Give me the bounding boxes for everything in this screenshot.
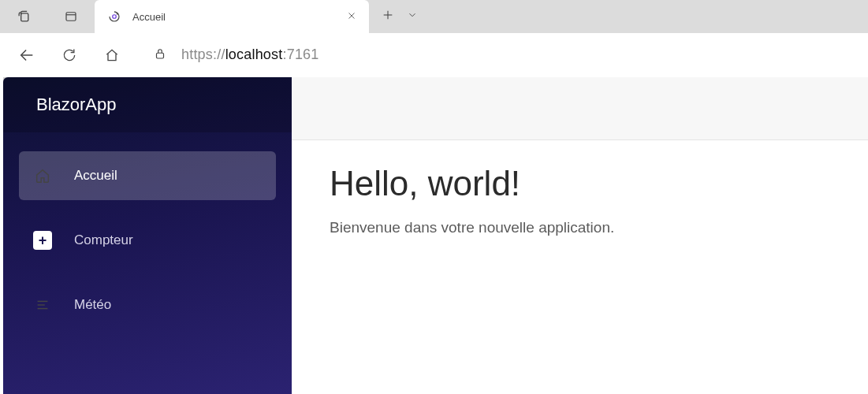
content-top-bar: [292, 77, 868, 140]
tab-actions-button[interactable]: [407, 9, 418, 24]
app-brand[interactable]: BlazorApp: [3, 77, 292, 132]
lock-icon: [153, 46, 167, 61]
browser-collections-button[interactable]: [0, 0, 47, 33]
app-viewport: BlazorApp Accueil + Compteur: [3, 77, 868, 394]
blazor-favicon: [107, 9, 121, 24]
browser-toolbar: https://localhost:7161: [0, 33, 868, 77]
new-tab-button[interactable]: [382, 9, 394, 24]
sidebar-nav: Accueil + Compteur Météo: [3, 132, 292, 329]
reload-button[interactable]: [54, 39, 85, 71]
address-bar[interactable]: https://localhost:7161: [139, 39, 863, 71]
sidebar-item-label: Météo: [74, 297, 111, 313]
arrow-left-icon: [18, 46, 35, 64]
svg-rect-9: [157, 53, 164, 58]
sidebar-item-accueil[interactable]: Accueil: [19, 151, 276, 200]
svg-rect-0: [21, 13, 28, 21]
sidebar-item-label: Compteur: [74, 232, 133, 248]
tab-close-button[interactable]: [347, 9, 356, 24]
chevron-down-icon: [407, 9, 418, 20]
close-icon: [347, 11, 356, 20]
browser-tab-strip: Accueil: [0, 0, 868, 33]
plus-box-icon: +: [32, 231, 54, 250]
sidebar-item-label: Accueil: [74, 168, 117, 184]
plus-icon: [382, 9, 394, 21]
browser-tab-active[interactable]: Accueil: [95, 0, 369, 33]
home-icon: [32, 167, 54, 184]
browser-tab-title: Accueil: [132, 11, 336, 23]
page-heading: Hello, world!: [330, 164, 830, 203]
back-button[interactable]: [11, 39, 43, 71]
page-subheading: Bienvenue dans votre nouvelle applicatio…: [330, 219, 830, 236]
content-area: Hello, world! Bienvenue dans votre nouve…: [292, 77, 868, 394]
svg-point-3: [113, 15, 117, 19]
window-icon: [64, 9, 78, 24]
svg-rect-1: [66, 13, 76, 21]
site-security-button[interactable]: [153, 46, 167, 64]
sidebar: BlazorApp Accueil + Compteur: [3, 77, 292, 394]
sidebar-item-compteur[interactable]: + Compteur: [19, 216, 276, 265]
reload-icon: [61, 47, 77, 63]
collections-icon: [16, 9, 32, 24]
address-bar-url: https://localhost:7161: [181, 46, 319, 63]
home-icon: [104, 47, 120, 63]
browser-home-button[interactable]: [96, 39, 128, 71]
sidebar-item-meteo[interactable]: Météo: [19, 281, 276, 329]
list-icon: [32, 296, 54, 314]
browser-window-button[interactable]: [47, 0, 95, 33]
